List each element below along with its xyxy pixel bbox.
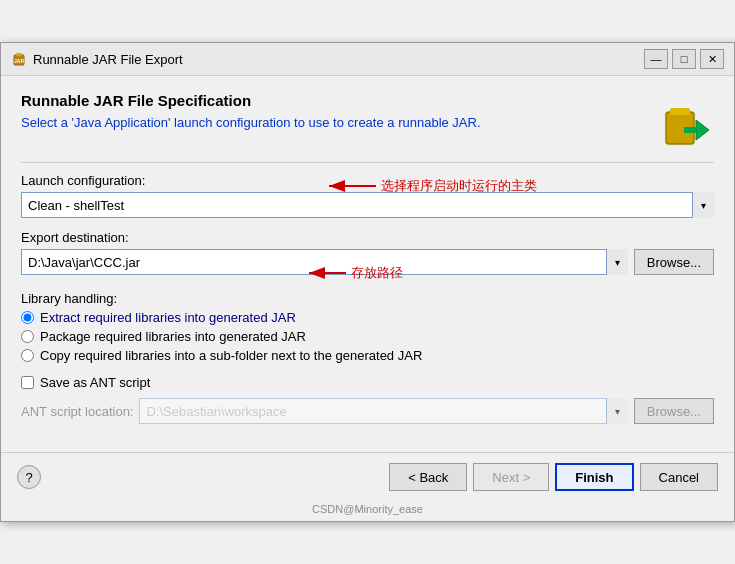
svg-marker-5 bbox=[696, 120, 709, 140]
launch-config-label: Launch configuration: bbox=[21, 173, 714, 188]
close-button[interactable]: ✕ bbox=[700, 49, 724, 69]
launch-config-section: Launch configuration: Clean - shellTest … bbox=[21, 173, 714, 218]
radio-extract[interactable]: Extract required libraries into generate… bbox=[21, 310, 714, 325]
radio-package-input[interactable] bbox=[21, 330, 34, 343]
dialog-body: Runnable JAR File Specification Select a… bbox=[1, 76, 734, 452]
radio-extract-label: Extract required libraries into generate… bbox=[40, 310, 296, 325]
title-bar-controls: — □ ✕ bbox=[644, 49, 724, 69]
export-dest-select[interactable]: D:\Java\jar\CCC.jar bbox=[21, 249, 628, 275]
dialog-header: Runnable JAR File Specification Select a… bbox=[21, 92, 714, 152]
radio-copy-label: Copy required libraries into a sub-folde… bbox=[40, 348, 422, 363]
ant-location-combo-wrapper: D:\Sebastian\workspace ▾ bbox=[139, 398, 627, 424]
title-bar-left: JAR Runnable JAR File Export bbox=[11, 51, 183, 67]
radio-extract-input[interactable] bbox=[21, 311, 34, 324]
title-bar: JAR Runnable JAR File Export — □ ✕ bbox=[1, 43, 734, 76]
svg-rect-4 bbox=[670, 108, 690, 115]
minimize-button[interactable]: — bbox=[644, 49, 668, 69]
dialog-icon: JAR bbox=[11, 51, 27, 67]
footer-buttons: < Back Next > Finish Cancel bbox=[389, 463, 718, 491]
dialog-footer: ? < Back Next > Finish Cancel bbox=[1, 452, 734, 501]
radio-package-label: Package required libraries into generate… bbox=[40, 329, 306, 344]
back-button[interactable]: < Back bbox=[389, 463, 467, 491]
cancel-button[interactable]: Cancel bbox=[640, 463, 718, 491]
maximize-button[interactable]: □ bbox=[672, 49, 696, 69]
launch-config-row: Clean - shellTest ▾ bbox=[21, 192, 714, 218]
launch-config-combo-wrapper: Clean - shellTest ▾ bbox=[21, 192, 714, 218]
jar-export-icon bbox=[654, 92, 714, 152]
next-button[interactable]: Next > bbox=[473, 463, 549, 491]
export-dest-combo-wrapper: D:\Java\jar\CCC.jar ▾ bbox=[21, 249, 628, 275]
svg-rect-6 bbox=[684, 127, 696, 133]
ant-location-select[interactable]: D:\Sebastian\workspace bbox=[139, 398, 627, 424]
radio-copy[interactable]: Copy required libraries into a sub-folde… bbox=[21, 348, 714, 363]
dialog-subtitle: Select a 'Java Application' launch confi… bbox=[21, 115, 481, 130]
ant-location-row: ANT script location: D:\Sebastian\worksp… bbox=[21, 398, 714, 424]
ant-checkbox-row: Save as ANT script bbox=[21, 375, 714, 390]
dialog-heading: Runnable JAR File Specification bbox=[21, 92, 481, 109]
footer-left: ? bbox=[17, 465, 41, 489]
svg-text:JAR: JAR bbox=[14, 58, 24, 64]
ant-checkbox-label: Save as ANT script bbox=[40, 375, 150, 390]
watermark: CSDN@Minority_ease bbox=[1, 501, 734, 521]
radio-copy-input[interactable] bbox=[21, 349, 34, 362]
export-dest-label: Export destination: bbox=[21, 230, 714, 245]
dialog-header-text: Runnable JAR File Specification Select a… bbox=[21, 92, 481, 130]
library-handling-label: Library handling: bbox=[21, 291, 714, 306]
ant-script-section: Save as ANT script ANT script location: … bbox=[21, 375, 714, 424]
ant-checkbox[interactable] bbox=[21, 376, 34, 389]
export-dest-row: D:\Java\jar\CCC.jar ▾ Browse... bbox=[21, 249, 714, 275]
export-dest-section: Export destination: D:\Java\jar\CCC.jar … bbox=[21, 230, 714, 275]
finish-button[interactable]: Finish bbox=[555, 463, 633, 491]
library-handling-radio-group: Extract required libraries into generate… bbox=[21, 310, 714, 363]
radio-package[interactable]: Package required libraries into generate… bbox=[21, 329, 714, 344]
header-divider bbox=[21, 162, 714, 163]
export-browse-button[interactable]: Browse... bbox=[634, 249, 714, 275]
title-bar-title: Runnable JAR File Export bbox=[33, 52, 183, 67]
help-button[interactable]: ? bbox=[17, 465, 41, 489]
dialog-window: JAR Runnable JAR File Export — □ ✕ Runna… bbox=[0, 42, 735, 522]
ant-browse-button[interactable]: Browse... bbox=[634, 398, 714, 424]
launch-config-select[interactable]: Clean - shellTest bbox=[21, 192, 714, 218]
ant-location-label: ANT script location: bbox=[21, 404, 133, 419]
svg-rect-1 bbox=[16, 53, 22, 56]
library-handling-section: Library handling: Extract required libra… bbox=[21, 291, 714, 363]
